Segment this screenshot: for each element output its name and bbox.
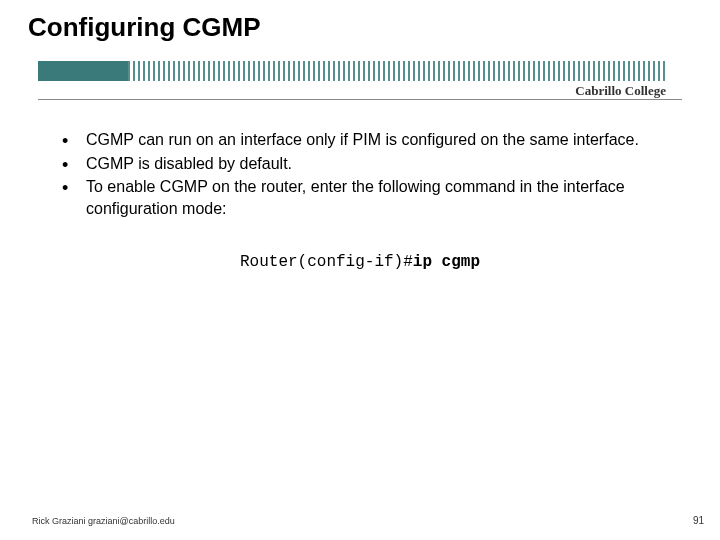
list-item: CGMP can run on an interface only if PIM…: [60, 129, 660, 151]
command-line: Router(config-if)#ip cgmp: [60, 253, 660, 271]
banner-stripes: [128, 61, 666, 81]
command-prompt: Router(config-if)#: [240, 253, 413, 271]
college-name: Cabrillo College: [575, 83, 666, 99]
command-text: ip cgmp: [413, 253, 480, 271]
footer-author: Rick Graziani graziani@cabrillo.edu: [32, 516, 175, 526]
list-item: To enable CGMP on the router, enter the …: [60, 176, 660, 219]
banner-solid-block: [38, 61, 128, 81]
bullet-list: CGMP can run on an interface only if PIM…: [60, 129, 660, 219]
list-item: CGMP is disabled by default.: [60, 153, 660, 175]
page-title: Configuring CGMP: [0, 0, 720, 43]
content-area: CGMP can run on an interface only if PIM…: [0, 95, 720, 271]
banner-underline: [38, 99, 682, 100]
header-banner: Cabrillo College: [0, 61, 720, 95]
page-number: 91: [693, 515, 704, 526]
